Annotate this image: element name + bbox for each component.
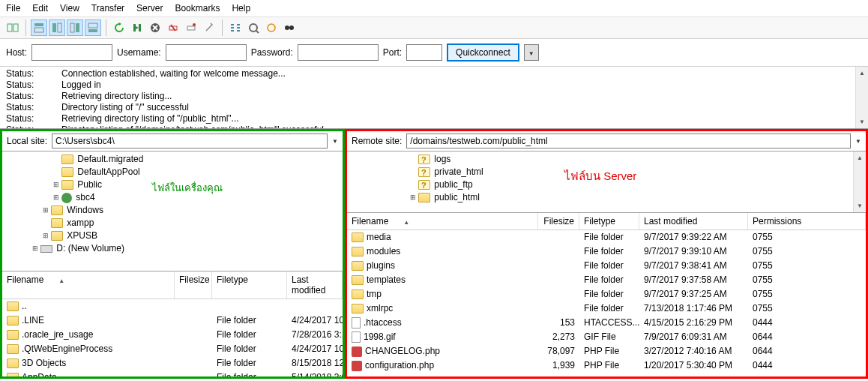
cancel-icon[interactable] — [147, 20, 163, 36]
list-item[interactable]: configuration.php 1,939 PHP File 1/20/20… — [347, 358, 866, 373]
tree-item[interactable]: ⊞ public_html — [350, 191, 863, 204]
col-filesize[interactable]: Filesize — [175, 272, 212, 298]
directory-compare-icon[interactable] — [245, 20, 262, 36]
list-item[interactable]: modules File folder 9/7/2017 9:39:10 AM … — [347, 244, 866, 259]
username-input[interactable] — [166, 44, 247, 61]
site-manager-icon[interactable] — [4, 20, 21, 36]
search-remote-icon[interactable] — [281, 20, 298, 36]
file-size — [175, 328, 212, 341]
menu-file[interactable]: File — [6, 3, 20, 14]
expand-icon[interactable] — [52, 168, 60, 176]
list-item[interactable]: tmp File folder 9/7/2017 9:37:25 AM 0755 — [347, 287, 866, 302]
chevron-down-icon[interactable]: ▼ — [855, 138, 861, 145]
list-item[interactable]: xmlrpc File folder 7/13/2018 1:17:46 PM … — [347, 302, 866, 316]
tree-item-label: logs — [432, 153, 450, 166]
password-label: Password: — [251, 47, 293, 58]
reconnect-icon[interactable] — [183, 20, 199, 36]
list-item[interactable]: CHANGELOG.php 78,097 PHP File 3/27/2012 … — [347, 344, 866, 358]
scroll-down-icon[interactable]: ▼ — [856, 116, 868, 128]
col-filetype[interactable]: Filetype — [212, 272, 287, 298]
process-queue-icon[interactable] — [129, 20, 145, 36]
col-filename[interactable]: Filename▲ — [347, 213, 538, 230]
server-icon[interactable] — [201, 20, 217, 36]
tree-item[interactable]: ⊞ D: (New Volume) — [5, 242, 340, 255]
menu-bookmarks[interactable]: Bookmarks — [175, 3, 220, 14]
local-tree[interactable]: Default.migrated DefaultAppPool⊞ Public⊞… — [2, 152, 343, 272]
expand-icon[interactable] — [409, 181, 417, 189]
local-site-input[interactable] — [52, 134, 328, 148]
php-file-icon — [352, 346, 362, 357]
list-item[interactable]: .oracle_jre_usage File folder 7/28/2016 … — [2, 328, 343, 342]
list-item[interactable]: .QtWebEngineProcess File folder 4/24/201… — [2, 342, 343, 356]
col-filename[interactable]: Filename▲ — [2, 272, 175, 298]
quickconnect-dropdown[interactable]: ▼ — [524, 44, 539, 61]
menu-transfer[interactable]: Transfer — [91, 3, 124, 14]
scroll-up-icon[interactable]: ▲ — [854, 152, 866, 164]
tree-item[interactable]: Default.migrated — [5, 153, 340, 166]
expand-icon[interactable] — [409, 155, 417, 164]
folder-icon — [7, 358, 19, 368]
col-modified[interactable]: Last modified — [639, 213, 748, 230]
folder-icon — [7, 302, 19, 311]
list-item[interactable]: plugins File folder 9/7/2017 9:38:41 AM … — [347, 259, 866, 273]
host-input[interactable] — [31, 44, 112, 61]
list-item[interactable]: .LINE File folder 4/24/2017 10: — [2, 314, 343, 328]
scroll-up-icon[interactable]: ▲ — [856, 67, 868, 80]
expand-icon[interactable]: ⊞ — [409, 194, 417, 202]
filter-icon[interactable] — [227, 20, 244, 36]
tree-item[interactable]: ⊞ Windows — [5, 204, 340, 217]
list-item[interactable]: 3D Objects File folder 8/15/2018 12: — [2, 356, 343, 370]
file-permissions: 0755 — [748, 274, 866, 286]
list-item[interactable]: .htaccess 153 HTACCESS... 4/15/2015 2:16… — [347, 316, 866, 330]
col-filesize[interactable]: Filesize — [538, 213, 579, 230]
list-item[interactable]: AppData File folder 5/14/2018 3:0 — [2, 370, 343, 376]
expand-icon[interactable]: ⊞ — [41, 232, 49, 240]
tree-item[interactable]: logs — [350, 153, 863, 166]
quickconnect-button[interactable]: Quickconnect — [447, 44, 519, 62]
toggle-local-tree-icon[interactable] — [49, 20, 65, 36]
chevron-down-icon[interactable]: ▼ — [332, 138, 338, 145]
port-input[interactable] — [406, 44, 442, 61]
refresh-icon[interactable] — [111, 20, 127, 36]
file-permissions: 0755 — [748, 288, 866, 301]
list-item[interactable]: templates File folder 9/7/2017 9:37:58 A… — [347, 273, 866, 287]
log-scrollbar[interactable]: ▲ ▼ — [855, 67, 868, 128]
col-permissions[interactable]: Permissions — [748, 213, 866, 230]
expand-icon[interactable] — [41, 219, 49, 227]
password-input[interactable] — [298, 44, 379, 61]
expand-icon[interactable]: ⊞ — [52, 181, 60, 189]
remote-site-input[interactable] — [406, 134, 851, 148]
tree-item[interactable]: xampp — [5, 217, 340, 230]
file-modified: 3/27/2012 7:40:16 AM — [639, 345, 748, 358]
remote-file-list[interactable]: media File folder 9/7/2017 9:39:22 AM 07… — [347, 230, 866, 373]
expand-icon[interactable]: ⊞ — [52, 194, 60, 202]
col-modified[interactable]: Last modified — [287, 272, 343, 298]
remote-tree-scrollbar[interactable]: ▲ ▼ — [853, 152, 866, 212]
tree-item[interactable]: DefaultAppPool — [5, 166, 340, 178]
toggle-remote-tree-icon[interactable] — [67, 20, 83, 36]
local-file-list[interactable]: .. .LINE File folder 4/24/2017 10: .orac… — [2, 299, 343, 376]
expand-icon[interactable] — [52, 155, 60, 164]
list-item[interactable]: .. — [2, 299, 343, 314]
expand-icon[interactable] — [409, 168, 417, 176]
col-filetype[interactable]: Filetype — [579, 213, 639, 230]
menu-help[interactable]: Help — [232, 3, 250, 14]
sync-browsing-icon[interactable] — [263, 20, 280, 36]
file-size — [538, 288, 579, 301]
folder-icon — [352, 247, 364, 256]
list-item[interactable]: 1998.gif 2,273 GIF File 7/9/2017 6:09:31… — [347, 330, 866, 344]
scroll-down-icon[interactable]: ▼ — [854, 200, 866, 212]
remote-tree[interactable]: logs private_html public_ftp⊞ public_htm… — [347, 152, 866, 213]
menu-view[interactable]: View — [60, 3, 79, 14]
menu-server[interactable]: Server — [136, 3, 163, 14]
expand-icon[interactable]: ⊞ — [41, 206, 49, 214]
sort-asc-icon: ▲ — [58, 278, 64, 284]
svg-rect-3 — [34, 28, 43, 32]
expand-icon[interactable]: ⊞ — [31, 244, 39, 253]
menu-edit[interactable]: Edit — [32, 3, 48, 14]
toggle-queue-icon[interactable] — [85, 20, 101, 36]
list-item[interactable]: media File folder 9/7/2017 9:39:22 AM 07… — [347, 230, 866, 244]
disconnect-icon[interactable] — [165, 20, 181, 36]
tree-item[interactable]: ⊞ XPUSB — [5, 230, 340, 242]
toggle-log-icon[interactable] — [31, 20, 47, 36]
